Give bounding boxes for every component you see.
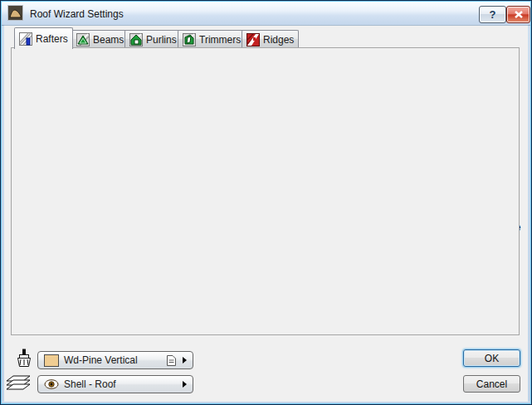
close-icon	[515, 11, 523, 18]
tab-purlins[interactable]: Purlins	[124, 30, 182, 48]
ridges-tab-icon	[246, 33, 260, 46]
tab-rafters[interactable]: Rafters	[14, 27, 73, 49]
layer-name: Shell - Roof	[64, 378, 116, 390]
help-icon: ?	[490, 8, 496, 21]
surface-document-icon	[167, 355, 176, 366]
rafters-tab-icon	[19, 32, 32, 46]
window-frame-right	[528, 25, 530, 403]
tab-label: Beams	[93, 34, 124, 46]
trimmers-tab-icon	[183, 33, 196, 46]
layers-icon	[5, 375, 32, 392]
cancel-button[interactable]: Cancel	[463, 375, 520, 393]
surface-color-swatch	[44, 354, 59, 367]
tab-beams[interactable]: Beams	[71, 30, 129, 48]
layer-visibility-eye-icon	[44, 379, 59, 389]
tab-label: Trimmers	[199, 34, 241, 46]
surface-paint-button[interactable]	[15, 349, 37, 372]
window-title: Roof Wizard Settings	[30, 8, 124, 20]
paint-brush-icon	[15, 349, 33, 370]
rafters-tab-page	[11, 47, 520, 335]
purlins-tab-icon	[129, 33, 143, 46]
help-button[interactable]: ?	[479, 6, 506, 23]
tab-label: Rafters	[36, 33, 68, 45]
dropdown-arrow-icon	[183, 381, 187, 388]
ok-button-label: OK	[485, 353, 499, 364]
cancel-button-label: Cancel	[476, 378, 507, 390]
beams-tab-icon	[76, 33, 90, 46]
tab-trimmers[interactable]: Trimmers	[178, 30, 246, 48]
ok-button[interactable]: OK	[463, 349, 520, 367]
tab-ridges[interactable]: Ridges	[242, 30, 299, 48]
tab-label: Purlins	[146, 34, 177, 46]
surface-dropdown[interactable]: Wd-Pine Vertical	[37, 351, 193, 369]
app-icon	[7, 5, 23, 21]
surface-name: Wd-Pine Vertical	[64, 354, 138, 366]
layer-button[interactable]	[5, 375, 35, 395]
dropdown-arrow-icon	[183, 357, 187, 364]
tab-label: Ridges	[263, 34, 294, 46]
roof-wizard-dialog: Roof Wizard Settings ? Rafters Beams	[0, 0, 532, 405]
titlebar[interactable]: Roof Wizard Settings	[2, 2, 530, 26]
close-button[interactable]	[506, 6, 530, 23]
layer-dropdown[interactable]: Shell - Roof	[37, 375, 193, 393]
